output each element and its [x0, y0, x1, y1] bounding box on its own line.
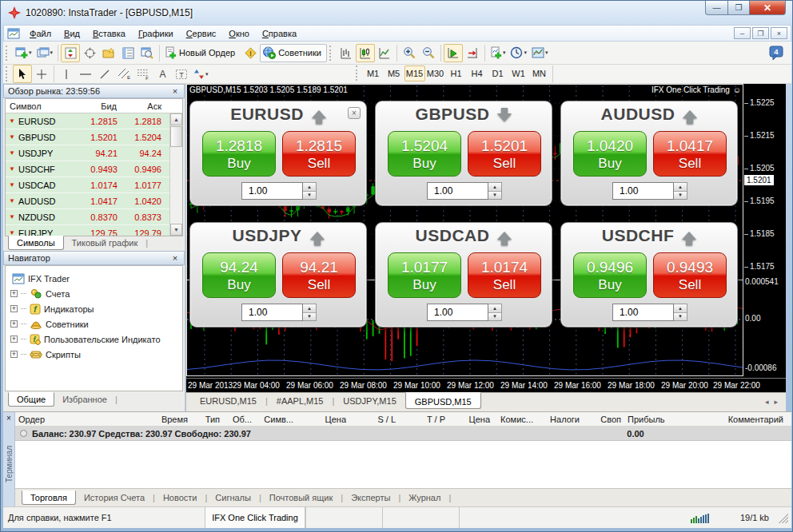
spin-up-icon[interactable]: ▲ [303, 183, 316, 192]
column-ask[interactable]: Аск [121, 101, 165, 111]
tree-item-advisors[interactable]: + Советники [6, 316, 182, 332]
expand-icon[interactable]: + [10, 290, 18, 297]
toolbar-grip[interactable] [6, 66, 10, 81]
tab-mailbox[interactable]: Почтовый ящик [261, 491, 341, 504]
symbols-button[interactable] [99, 44, 118, 62]
arrows-button[interactable]: ▾ [191, 65, 211, 83]
market-watch-row[interactable]: ▼USDJPY94.2194.24 [6, 145, 169, 161]
mdi-minimize-button[interactable]: – [734, 27, 751, 39]
market-watch-row[interactable]: ▼USDCAD1.01741.0177 [6, 177, 169, 193]
toolbar-grip[interactable] [6, 46, 10, 61]
spin-up-icon[interactable]: ▲ [303, 304, 316, 313]
indicators-button[interactable]: ▾ [488, 44, 508, 62]
new-order-button[interactable]: Новый Ордер [162, 44, 241, 62]
tree-item-scripts[interactable]: + Скрипты [6, 347, 182, 362]
market-watch-row[interactable]: ▼EURUSD1.28151.2818 [6, 113, 169, 129]
tab-symbols[interactable]: Символы [8, 236, 64, 250]
sell-button[interactable]: 0.9493Sell [653, 252, 727, 298]
sell-button[interactable]: 94.21Sell [282, 252, 356, 298]
sell-button[interactable]: 1.5201Sell [468, 131, 541, 177]
sell-button[interactable]: 1.0417Sell [653, 131, 727, 177]
navigator-close-icon[interactable]: × [170, 253, 180, 263]
balance-row[interactable]: Баланс: 230.97 Средства: 230.97 Свободно… [15, 427, 791, 441]
price-scale[interactable]: 1.5225 1.5215 1.5205 1.5201 1.5195 1.518… [743, 84, 786, 392]
menu-file[interactable]: Файл [23, 27, 58, 40]
title-bar[interactable]: 1020890: InstaTrader - [GBPUSD,M15] — ❐ … [1, 1, 792, 25]
spin-down-icon[interactable]: ▼ [674, 313, 687, 321]
periods-button[interactable]: ▾ [508, 44, 529, 62]
menu-service[interactable]: Сервис [180, 27, 223, 40]
close-button[interactable]: ✕ [750, 1, 786, 15]
auto-scroll-button[interactable] [444, 44, 463, 62]
timeframe-m5[interactable]: M5 [384, 66, 404, 81]
scroll-down-icon[interactable]: ▼ [170, 224, 182, 236]
buy-button[interactable]: 1.2818Buy [202, 131, 276, 177]
spin-up-icon[interactable]: ▲ [674, 183, 687, 192]
new-chart-button[interactable]: ▾ [13, 44, 34, 62]
tab-usdjpy-m15[interactable]: USDJPY,M15 [334, 395, 404, 407]
minimize-button[interactable]: — [705, 1, 728, 15]
timeframe-h4[interactable]: H4 [467, 66, 488, 81]
tab-account-history[interactable]: История Счета [76, 491, 153, 504]
toolbar-grip[interactable] [356, 66, 360, 81]
chart-shift-button[interactable] [463, 44, 482, 62]
zoom-out-button[interactable] [419, 44, 438, 62]
market-watch-row[interactable]: ▼GBPUSD1.52011.5204 [6, 129, 169, 145]
toolbar-grip[interactable] [329, 46, 333, 61]
notifications-button[interactable]: 4 [766, 44, 787, 62]
tab-gbpusd-m15[interactable]: GBPUSD,M15 [405, 392, 481, 409]
menu-view[interactable]: Вид [58, 27, 86, 40]
sell-button[interactable]: 1.0174Sell [468, 252, 541, 298]
spin-up-icon[interactable]: ▲ [488, 183, 501, 192]
mdi-restore-button[interactable]: ❐ [752, 27, 769, 39]
tab-news[interactable]: Новости [155, 491, 205, 504]
timeframe-d1[interactable]: D1 [488, 66, 508, 81]
bar-chart-button[interactable] [337, 44, 356, 62]
scrollbar-thumb[interactable] [170, 126, 182, 147]
tree-item-indicators[interactable]: + f Индикаторы [6, 301, 182, 316]
market-watch-row[interactable]: ▼NZDUSD0.83700.8373 [6, 209, 169, 225]
expert-advisors-button[interactable]: Советники [260, 44, 327, 62]
maximize-button[interactable]: ❐ [728, 1, 750, 15]
connection-bars-icon[interactable] [691, 512, 711, 523]
spin-down-icon[interactable]: ▼ [488, 313, 501, 321]
spin-up-icon[interactable]: ▲ [674, 304, 687, 313]
market-watch-scrollbar[interactable]: ▲ ▼ [169, 113, 182, 236]
market-watch-row[interactable]: ▼USDCHF0.94930.9496 [6, 161, 169, 177]
text-button[interactable]: A [153, 65, 172, 83]
volume-input[interactable] [612, 304, 674, 321]
alert-button[interactable]: ! [241, 44, 260, 62]
column-bid[interactable]: Бид [79, 101, 121, 111]
tree-item-custom-indicators[interactable]: + f Пользовательские Индикато [6, 332, 182, 347]
timeframe-m30[interactable]: M30 [425, 66, 446, 81]
tree-item-accounts[interactable]: + Счета [6, 286, 182, 301]
crosshair-target-button[interactable] [80, 44, 99, 62]
spin-up-icon[interactable]: ▲ [488, 304, 501, 313]
tabs-scroll-left-icon[interactable]: ◂ [765, 398, 769, 406]
smiley-icon[interactable]: ☺ [733, 85, 741, 94]
tab-trade[interactable]: Торговля [22, 490, 76, 505]
tabs-scroll-right-icon[interactable]: ▸ [774, 398, 778, 406]
tab-journal[interactable]: Журнал [400, 491, 448, 504]
buy-button[interactable]: 1.5204Buy [388, 131, 461, 177]
market-watch-close-icon[interactable]: × [170, 86, 180, 96]
zoom-in-button[interactable] [400, 44, 419, 62]
buy-button[interactable]: 1.0420Buy [573, 131, 647, 177]
scroll-up-icon[interactable]: ▲ [170, 113, 182, 125]
buy-button[interactable]: 0.9496Buy [573, 252, 647, 298]
timeframe-h1[interactable]: H1 [446, 66, 467, 81]
menu-help[interactable]: Справка [256, 27, 303, 40]
tab-common[interactable]: Общие [8, 392, 54, 407]
expand-icon[interactable]: + [10, 305, 18, 312]
tab-tick-chart[interactable]: Тиковый график [64, 236, 146, 249]
spin-down-icon[interactable]: ▼ [674, 192, 687, 200]
timeframe-mn[interactable]: MN [529, 66, 550, 81]
trendline-button[interactable] [95, 65, 114, 83]
sell-button[interactable]: 1.2815Sell [282, 131, 356, 177]
tab-signals[interactable]: Сигналы [207, 491, 259, 504]
column-order[interactable]: Ордер [15, 415, 143, 424]
column-symbol[interactable]: Символ [6, 101, 79, 111]
chart-area[interactable]: GBPUSD,M15 1.5203 1.5205 1.5189 1.5201 I… [186, 84, 786, 392]
buy-button[interactable]: 1.0177Buy [388, 252, 461, 298]
market-watch-button[interactable] [61, 44, 80, 62]
